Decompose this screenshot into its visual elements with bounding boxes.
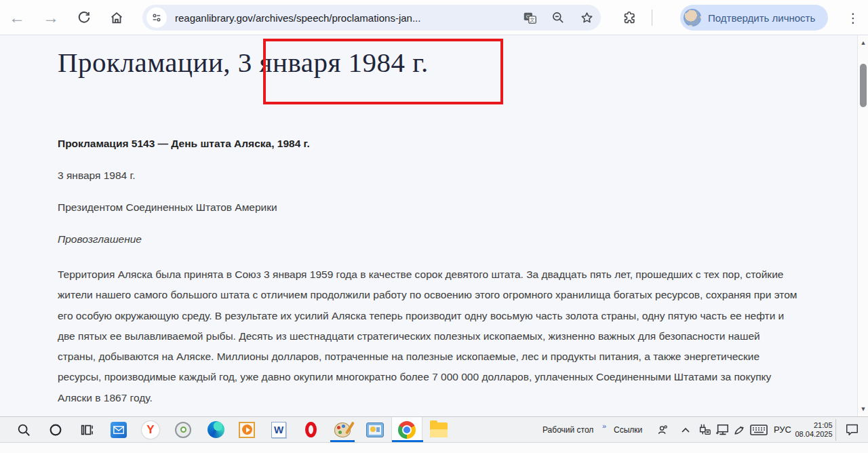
- scroll-down-icon[interactable]: ▼: [858, 406, 868, 412]
- taskbar-word-button[interactable]: W: [263, 417, 294, 442]
- action-center-icon: [845, 423, 859, 436]
- taskbar-edge-button[interactable]: [200, 417, 231, 442]
- people-icon: [656, 423, 669, 437]
- paint-icon: [334, 422, 351, 437]
- links-toolbar-button[interactable]: Ссылки: [614, 417, 642, 442]
- clock-date: 08.04.2025: [795, 430, 832, 439]
- recorder-icon: [175, 422, 191, 438]
- screen: ← → reaganlibrary.gov/archives/speech/pr…: [0, 0, 868, 453]
- taskbar-mail-button[interactable]: [103, 417, 134, 442]
- taskbar-explorer-button[interactable]: [423, 417, 454, 442]
- ink-pen-icon: [732, 423, 746, 437]
- opera-icon: [305, 422, 317, 437]
- reload-button[interactable]: [71, 0, 98, 35]
- taskbar-search-button[interactable]: [8, 417, 39, 442]
- taskbar: Y W Рабочий стол: [0, 416, 868, 442]
- clock-time: 21:05: [795, 421, 832, 430]
- action-center-button[interactable]: [838, 417, 865, 442]
- bookmark-star-icon: [580, 11, 594, 25]
- zoom-out-icon: [551, 11, 565, 24]
- network-icon: [715, 423, 730, 437]
- body-paragraph: Территория Аляска была принята в Союз 3 …: [58, 264, 798, 408]
- yandex-browser-icon: Y: [142, 421, 159, 439]
- taskbar-potplayer-button[interactable]: [231, 417, 262, 442]
- tray-keyboard-button[interactable]: [747, 417, 770, 442]
- back-button[interactable]: ←: [3, 0, 31, 35]
- translate-icon: G文: [523, 11, 537, 25]
- by-line: Президентом Соединенных Штатов Америки: [58, 201, 277, 214]
- home-icon: [109, 10, 124, 25]
- touch-keyboard-icon: [750, 424, 768, 436]
- presentation-icon: [366, 422, 384, 437]
- task-view-icon: [79, 422, 95, 437]
- tray-ink-button[interactable]: [730, 417, 749, 442]
- taskbar-task-view-button[interactable]: [71, 417, 102, 442]
- chevron-right-icon: »: [602, 422, 606, 430]
- bookmark-button[interactable]: [572, 11, 601, 25]
- tray-separator: [835, 419, 836, 441]
- bottom-strip: [0, 442, 868, 453]
- tray-hidden-icons-button[interactable]: [677, 417, 694, 442]
- taskbar-recorder-button[interactable]: [167, 417, 199, 442]
- profile-avatar: [684, 9, 701, 26]
- hidden-icons-chevron: [681, 427, 690, 433]
- taskbar-chrome-button[interactable]: [391, 417, 422, 442]
- potplayer-icon: [239, 422, 255, 438]
- extensions-puzzle-icon: [622, 10, 637, 25]
- links-toolbar-label: Ссылки: [614, 425, 642, 435]
- page-scrollbar[interactable]: ▲ ▼: [857, 35, 868, 416]
- profile-chip[interactable]: Подтвердить личность: [680, 5, 828, 31]
- site-info-tune-icon: [151, 12, 163, 24]
- tray-language-button[interactable]: РУС: [770, 417, 795, 442]
- svg-text:文: 文: [530, 17, 535, 23]
- edge-icon: [208, 421, 224, 438]
- chrome-icon: [398, 421, 416, 439]
- translate-button[interactable]: G文: [515, 11, 544, 25]
- taskbar-cortana-button[interactable]: [40, 417, 71, 442]
- back-icon: ←: [9, 8, 25, 27]
- zoom-out-button[interactable]: [544, 11, 572, 24]
- taskbar-paint-button[interactable]: [327, 417, 358, 442]
- proclamation-subheading: Провозглашение: [58, 233, 142, 245]
- desktop-toolbar-label: Рабочий стол: [542, 425, 593, 435]
- forward-button[interactable]: →: [37, 0, 64, 35]
- tray-clock-button[interactable]: 21:05 08.04.2025: [795, 417, 833, 442]
- search-icon: [16, 422, 31, 437]
- browser-menu-button[interactable]: ⋮: [841, 0, 865, 35]
- desktop-toolbar-chevron[interactable]: »: [602, 417, 606, 442]
- kebab-menu-icon: ⋮: [847, 10, 860, 26]
- profile-chip-label: Подтвердить личность: [708, 12, 815, 24]
- taskbar-presentation-button[interactable]: [359, 417, 391, 442]
- home-button[interactable]: [103, 0, 130, 35]
- url-text[interactable]: reaganlibrary.gov/archives/speech/procla…: [175, 12, 515, 24]
- desktop-toolbar-button[interactable]: Рабочий стол: [542, 417, 593, 442]
- forward-icon: →: [43, 8, 59, 27]
- tray-people-button[interactable]: [652, 417, 673, 442]
- proclamation-heading: Прокламация 5143 — День штата Аляска, 19…: [58, 138, 310, 150]
- tray-eject-button[interactable]: [695, 417, 714, 442]
- language-indicator: РУС: [774, 425, 791, 435]
- word-icon: W: [271, 422, 286, 438]
- browser-toolbar: ← → reaganlibrary.gov/archives/speech/pr…: [0, 0, 868, 35]
- scrollbar-thumb[interactable]: [860, 64, 867, 107]
- toolbar-separator: [652, 9, 652, 26]
- mail-icon: [111, 422, 127, 438]
- taskbar-yandex-button[interactable]: Y: [135, 417, 166, 442]
- date-line: 3 января 1984 г.: [58, 170, 136, 182]
- address-bar[interactable]: reaganlibrary.gov/archives/speech/procla…: [142, 5, 601, 31]
- eject-hardware-icon: [697, 423, 712, 437]
- reload-icon: [77, 10, 92, 25]
- page-title: Прокламации, 3 января 1984 г.: [58, 46, 429, 79]
- extensions-button[interactable]: [616, 0, 643, 35]
- site-info-button[interactable]: [146, 7, 167, 28]
- scroll-up-icon[interactable]: ▲: [858, 39, 868, 46]
- cortana-icon: [48, 422, 63, 437]
- taskbar-opera-button[interactable]: [295, 417, 326, 442]
- file-explorer-icon: [430, 422, 448, 437]
- page-content: Прокламации, 3 января 1984 г. Прокламаци…: [0, 35, 857, 416]
